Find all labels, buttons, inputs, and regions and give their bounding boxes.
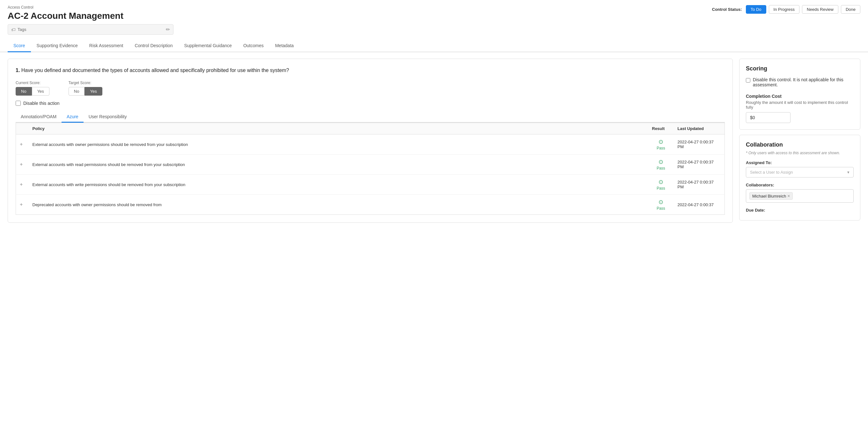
current-score-no-button[interactable]: No <box>16 87 32 96</box>
assigned-to-label: Assigned To: <box>746 160 854 165</box>
tags-edit-button[interactable]: ✏ <box>166 27 170 33</box>
header: Access Control AC-2 Account Management 🏷… <box>0 0 868 35</box>
policy-cell: External accounts with owner permissions… <box>29 134 648 155</box>
collaborators-box: Michael Blumreich × <box>746 189 854 203</box>
policy-cell: Deprecated accounts with owner permissio… <box>29 195 648 215</box>
tags-placeholder: Tags <box>18 27 26 32</box>
status-todo-button[interactable]: To Do <box>746 5 766 14</box>
scoring-title: Scoring <box>746 65 854 72</box>
question-body: Have you defined and documented the type… <box>21 68 289 73</box>
question-text: 1. Have you defined and documented the t… <box>16 67 725 74</box>
tag-icon: 🏷 <box>11 27 16 32</box>
collab-title: Collaboration <box>746 141 854 148</box>
target-score-no-button[interactable]: No <box>68 87 85 96</box>
page-container: Access Control AC-2 Account Management 🏷… <box>0 0 868 434</box>
pass-icon: ⊙ <box>658 199 663 205</box>
tags-left: 🏷 Tags <box>11 27 26 32</box>
current-score-buttons: No Yes <box>16 87 50 96</box>
question-card: 1. Have you defined and documented the t… <box>8 59 733 223</box>
left-panel: 1. Have you defined and documented the t… <box>8 59 733 223</box>
pass-icon: ⊙ <box>658 178 663 186</box>
expand-row-button[interactable]: + <box>20 202 23 207</box>
assign-select-placeholder: Select a User to Assign <box>750 170 793 175</box>
policy-table: Policy Result Last Updated + External ac… <box>16 123 725 215</box>
expand-row-button[interactable]: + <box>20 181 23 187</box>
result-cell: ⊙ Pass <box>652 199 670 211</box>
breadcrumb: Access Control <box>8 5 174 9</box>
result-cell: ⊙ Pass <box>652 138 670 151</box>
cost-desc: Roughly the amount it will cost to imple… <box>746 100 854 110</box>
th-policy: Policy <box>29 123 648 134</box>
target-score-yes-button[interactable]: Yes <box>85 87 102 96</box>
current-score-group: Current Score: No Yes <box>16 80 50 96</box>
control-status-label: Control Status: <box>712 7 742 12</box>
chevron-down-icon: ▾ <box>847 170 849 175</box>
disable-action-label[interactable]: Disable this action <box>16 101 725 106</box>
right-panel: Scoring Disable this control. It is not … <box>739 59 860 223</box>
table-row: + External accounts with read permission… <box>16 155 725 175</box>
tab-control-description[interactable]: Control Description <box>129 40 178 52</box>
question-number: 1. <box>16 68 20 73</box>
current-score-label: Current Score: <box>16 80 50 85</box>
tab-outcomes[interactable]: Outcomes <box>238 40 270 52</box>
expand-row-button[interactable]: + <box>20 162 23 167</box>
tab-supplemental-guidance[interactable]: Supplemental Guidance <box>178 40 237 52</box>
status-done-button[interactable]: Done <box>841 5 860 14</box>
collaborators-label: Collaborators: <box>746 182 854 187</box>
collab-note: * Only users with access to this assessm… <box>746 151 854 155</box>
collaboration-card: Collaboration * Only users with access t… <box>739 135 860 221</box>
last-updated-cell: 2022-04-27 0:00:37 <box>674 195 725 215</box>
current-score-yes-button[interactable]: Yes <box>32 87 50 96</box>
th-result: Result <box>648 123 674 134</box>
result-label: Pass <box>657 186 665 191</box>
expand-row-button[interactable]: + <box>20 141 23 147</box>
due-date-label: Due Date: <box>746 208 854 212</box>
policy-cell: External accounts with read permissions … <box>29 155 648 175</box>
tab-supporting-evidence[interactable]: Supporting Evidence <box>31 40 84 52</box>
th-expand <box>16 123 29 134</box>
tab-metadata[interactable]: Metadata <box>270 40 300 52</box>
table-row: + Deprecated accounts with owner permiss… <box>16 195 725 215</box>
pass-icon: ⊙ <box>658 138 663 145</box>
collaborator-name: Michael Blumreich <box>752 194 786 199</box>
main-tabs: Score Supporting Evidence Risk Assessmen… <box>0 40 868 52</box>
tags-bar: 🏷 Tags ✏ <box>8 24 174 35</box>
result-cell: ⊙ Pass <box>652 178 670 191</box>
last-updated-cell: 2022-04-27 0:00:37 PM <box>674 134 725 155</box>
table-row: + External accounts with owner permissio… <box>16 134 725 155</box>
sub-tab-azure[interactable]: Azure <box>62 111 84 123</box>
tab-score[interactable]: Score <box>8 40 31 52</box>
target-score-buttons: No Yes <box>68 87 102 96</box>
remove-collaborator-button[interactable]: × <box>787 193 790 199</box>
completion-cost-section: Completion Cost Roughly the amount it wi… <box>746 94 854 123</box>
disable-action-text: Disable this action <box>23 101 60 106</box>
disable-action-checkbox[interactable] <box>16 101 21 106</box>
target-score-group: Target Score: No Yes <box>68 80 102 96</box>
last-updated-cell: 2022-04-27 0:00:37 PM <box>674 155 725 175</box>
scoring-card: Scoring Disable this control. It is not … <box>739 59 860 130</box>
th-last-updated: Last Updated <box>674 123 725 134</box>
result-label: Pass <box>657 146 665 151</box>
sub-tab-annotation[interactable]: Annotation/POAM <box>16 111 62 123</box>
status-needs-review-button[interactable]: Needs Review <box>802 5 838 14</box>
scores-row: Current Score: No Yes Target Score: No Y… <box>16 80 725 96</box>
header-left: Access Control AC-2 Account Management 🏷… <box>8 5 174 35</box>
result-label: Pass <box>657 206 665 211</box>
target-score-label: Target Score: <box>68 80 102 85</box>
sub-tab-user-responsibility[interactable]: User Responsibility <box>84 111 132 123</box>
disable-control-label[interactable]: Disable this control. It is not applicab… <box>746 77 854 87</box>
main-content: 1. Have you defined and documented the t… <box>0 52 868 229</box>
cost-input[interactable] <box>746 112 790 123</box>
tab-risk-assessment[interactable]: Risk Assessment <box>84 40 129 52</box>
result-label: Pass <box>657 166 665 170</box>
status-in-progress-button[interactable]: In Progress <box>769 5 800 14</box>
pass-icon: ⊙ <box>658 158 663 165</box>
policy-cell: External accounts with write permissions… <box>29 175 648 195</box>
result-cell: ⊙ Pass <box>652 158 670 170</box>
table-row: + External accounts with write permissio… <box>16 175 725 195</box>
disable-control-checkbox[interactable] <box>746 78 750 83</box>
cost-title: Completion Cost <box>746 94 854 99</box>
assign-select-dropdown[interactable]: Select a User to Assign ▾ <box>746 167 854 177</box>
page-title: AC-2 Account Management <box>8 11 174 21</box>
disable-control-text: Disable this control. It is not applicab… <box>753 77 854 87</box>
